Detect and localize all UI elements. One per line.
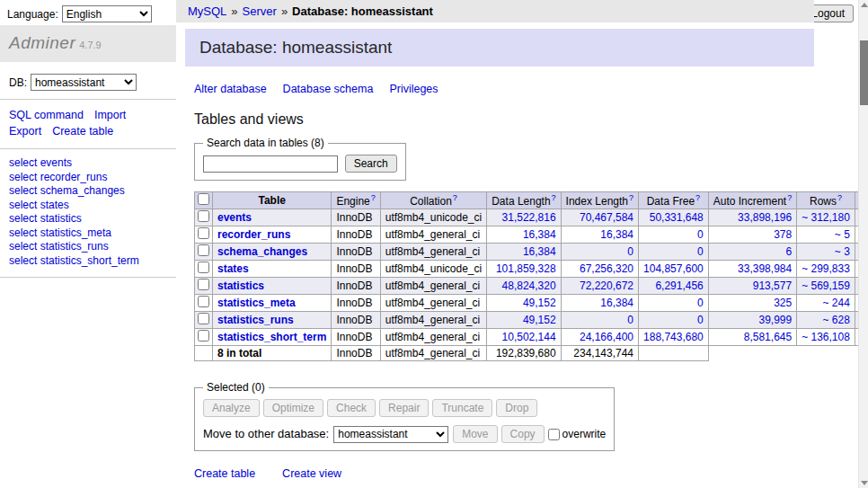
column-header-link[interactable]: Collation (410, 195, 452, 208)
sidebar-table-link[interactable]: select states (9, 199, 167, 213)
scrollbar-thumb[interactable] (860, 40, 868, 105)
table-name-link[interactable]: statistics_short_term (217, 331, 326, 343)
column-header-link[interactable]: Data Length (492, 195, 550, 208)
row-checkbox[interactable] (198, 279, 209, 290)
rows-approx-link[interactable]: ~ 3 (835, 245, 850, 258)
auto-increment-link[interactable]: 33,398,984 (738, 262, 792, 275)
truncate-button[interactable]: Truncate (432, 399, 492, 417)
index-length-link[interactable]: 16,384 (600, 297, 633, 309)
data-length-link[interactable]: 16,384 (523, 228, 556, 241)
sidebar-table-link[interactable]: select schema_changes (9, 184, 167, 199)
table-name-link[interactable]: statistics_meta (217, 297, 296, 309)
data-free-link[interactable]: 6,291,456 (655, 279, 703, 292)
index-length-link[interactable]: 67,256,320 (580, 262, 633, 275)
auto-increment-link[interactable]: 378 (774, 228, 792, 241)
auto-increment-link[interactable]: 913,577 (753, 279, 792, 292)
auto-increment-link[interactable]: 33,898,196 (738, 211, 792, 224)
auto-increment-link[interactable]: 325 (774, 297, 792, 309)
table-name-link[interactable]: recorder_runs (217, 228, 290, 241)
table-name-link[interactable]: schema_changes (217, 245, 307, 258)
search-button[interactable]: Search (345, 155, 397, 173)
help-link[interactable]: ? (371, 193, 376, 202)
column-header-link[interactable]: Table (258, 194, 285, 207)
move-button[interactable]: Move (453, 425, 497, 443)
column-header-link[interactable]: Index Length (566, 195, 628, 208)
table-name-link[interactable]: events (217, 211, 252, 224)
help-link[interactable]: ? (453, 193, 457, 202)
db-action-link[interactable]: Alter database (194, 83, 267, 95)
rows-approx-link[interactable]: ~ 5 (835, 228, 850, 241)
column-header-link[interactable]: Data Free (647, 195, 695, 208)
auto-increment-link[interactable]: 8,581,645 (744, 331, 792, 343)
breadcrumb-server-link[interactable]: Server (243, 4, 277, 18)
row-checkbox[interactable] (198, 262, 209, 273)
scrollbar[interactable] (858, 0, 868, 488)
data-free-link[interactable]: 0 (697, 314, 704, 326)
sidebar-table-link[interactable]: select statistics_meta (9, 226, 167, 241)
select-all-checkbox[interactable] (198, 193, 209, 205)
index-length-link[interactable]: 0 (627, 314, 633, 326)
scrollbar-up-arrow[interactable] (861, 3, 868, 7)
row-checkbox[interactable] (198, 210, 209, 222)
index-length-link[interactable]: 72,220,672 (580, 279, 633, 292)
rows-approx-link[interactable]: ~ 628 (823, 314, 850, 326)
index-length-link[interactable]: 0 (627, 245, 633, 258)
rows-approx-link[interactable]: ~ 312,180 (802, 211, 850, 224)
sidebar-table-link[interactable]: select events (9, 156, 167, 171)
sidebar-table-link[interactable]: select recorder_runs (9, 171, 167, 185)
db-select[interactable]: homeassistant (31, 74, 137, 91)
rows-approx-link[interactable]: ~ 244 (823, 297, 850, 309)
data-free-link[interactable]: 104,857,600 (643, 262, 704, 275)
row-checkbox[interactable] (198, 296, 209, 307)
index-length-link[interactable]: 16,384 (600, 228, 633, 241)
analyze-button[interactable]: Analyze (203, 399, 260, 417)
table-name-link[interactable]: statistics (217, 279, 264, 292)
overwrite-checkbox[interactable] (548, 429, 560, 440)
help-link[interactable]: ? (552, 193, 556, 202)
data-free-link[interactable]: 0 (697, 297, 704, 309)
auto-increment-link[interactable]: 6 (785, 245, 792, 258)
index-length-link[interactable]: 24,166,400 (580, 331, 633, 343)
help-link[interactable]: ? (695, 193, 700, 202)
data-length-link[interactable]: 101,859,328 (496, 262, 556, 275)
help-link[interactable]: ? (837, 193, 842, 202)
column-header-link[interactable]: Rows (810, 195, 837, 208)
export-link[interactable]: Export (9, 125, 41, 138)
column-header-link[interactable]: Engine (336, 195, 369, 208)
sql-command-link[interactable]: SQL command (9, 109, 84, 121)
data-length-link[interactable]: 31,522,816 (502, 211, 556, 224)
auto-increment-link[interactable]: 39,999 (758, 314, 792, 326)
row-checkbox[interactable] (198, 313, 209, 324)
rows-approx-link[interactable]: ~ 299,833 (802, 262, 850, 275)
row-checkbox[interactable] (198, 330, 209, 342)
repair-button[interactable]: Repair (379, 399, 429, 417)
optimize-button[interactable]: Optimize (263, 399, 323, 417)
index-length-link[interactable]: 70,467,584 (580, 211, 633, 224)
row-checkbox[interactable] (198, 227, 209, 239)
rows-approx-link[interactable]: ~ 136,108 (802, 331, 850, 343)
data-free-link[interactable]: 50,331,648 (650, 211, 704, 224)
data-free-link[interactable]: 0 (697, 245, 704, 258)
column-header-link[interactable]: Auto Increment (713, 195, 786, 208)
scrollbar-down-arrow[interactable] (861, 481, 868, 485)
data-length-link[interactable]: 49,152 (523, 314, 556, 326)
help-link[interactable]: ? (787, 193, 792, 202)
sidebar-table-link[interactable]: select statistics_short_term (9, 254, 167, 269)
data-length-link[interactable]: 49,152 (523, 297, 556, 309)
breadcrumb-mysql-link[interactable]: MySQL (188, 4, 226, 18)
db-action-link[interactable]: Privileges (389, 83, 438, 95)
rows-approx-link[interactable]: ~ 569,159 (802, 279, 850, 292)
table-name-link[interactable]: states (217, 262, 249, 275)
sidebar-table-link[interactable]: select statistics_runs (9, 240, 167, 254)
language-select[interactable]: English (62, 5, 152, 22)
data-free-link[interactable]: 0 (697, 228, 704, 241)
data-free-link[interactable]: 188,743,680 (643, 331, 704, 343)
create-table-link[interactable]: Create table (194, 467, 255, 480)
copy-button[interactable]: Copy (501, 425, 545, 443)
sidebar-table-link[interactable]: select statistics (9, 212, 167, 226)
move-db-select[interactable]: homeassistant (333, 426, 448, 443)
create-table-link-sidebar[interactable]: Create table (52, 125, 113, 138)
search-input[interactable] (203, 155, 338, 173)
check-button[interactable]: Check (327, 399, 376, 417)
help-link[interactable]: ? (629, 193, 633, 202)
